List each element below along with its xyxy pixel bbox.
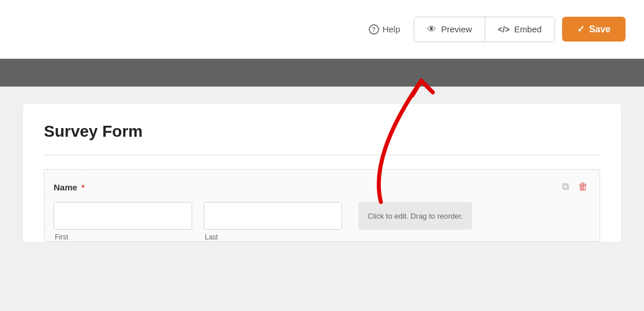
help-icon: ? xyxy=(369,24,379,35)
field-card-name: Name * ⧉ 🗑 First Last xyxy=(44,169,600,242)
preview-embed-group: 👁 Preview </> Embed xyxy=(414,17,555,42)
field-actions: ⧉ 🗑 xyxy=(560,180,590,194)
last-name-group: Last xyxy=(204,202,342,241)
save-label: Save xyxy=(589,24,611,35)
field-label: Name * xyxy=(54,182,85,192)
check-icon: ✓ xyxy=(577,24,585,35)
required-asterisk: * xyxy=(79,182,85,192)
preview-label: Preview xyxy=(441,24,471,34)
form-area: Survey Form Name * ⧉ 🗑 First xyxy=(0,87,644,311)
form-divider xyxy=(44,155,600,155)
code-icon: </> xyxy=(498,25,510,34)
help-label: Help xyxy=(383,24,400,34)
last-name-label: Last xyxy=(204,233,342,241)
field-header: Name * ⧉ 🗑 xyxy=(54,180,590,194)
first-name-input[interactable] xyxy=(54,202,192,230)
toolbar: ? Help 👁 Preview </> Embed ✓ Save xyxy=(0,0,644,59)
save-button[interactable]: ✓ Save xyxy=(562,17,626,42)
first-name-label: First xyxy=(54,233,192,241)
delete-field-button[interactable]: 🗑 xyxy=(576,180,590,194)
first-name-group: First xyxy=(54,202,192,241)
help-link[interactable]: ? Help xyxy=(362,20,407,39)
field-inputs: First Last Click to edit. Drag to reorde… xyxy=(54,202,590,241)
form-card: Survey Form Name * ⧉ 🗑 First xyxy=(23,104,621,242)
divider-bar xyxy=(0,59,644,87)
eye-icon: 👁 xyxy=(427,24,436,35)
embed-label: Embed xyxy=(514,24,542,34)
last-name-input[interactable] xyxy=(204,202,342,230)
form-title: Survey Form xyxy=(44,122,600,141)
preview-button[interactable]: 👁 Preview xyxy=(414,17,485,42)
copy-field-button[interactable]: ⧉ xyxy=(560,180,571,194)
embed-button[interactable]: </> Embed xyxy=(485,17,555,42)
click-to-edit-hint: Click to edit. Drag to reorder. xyxy=(358,202,472,230)
